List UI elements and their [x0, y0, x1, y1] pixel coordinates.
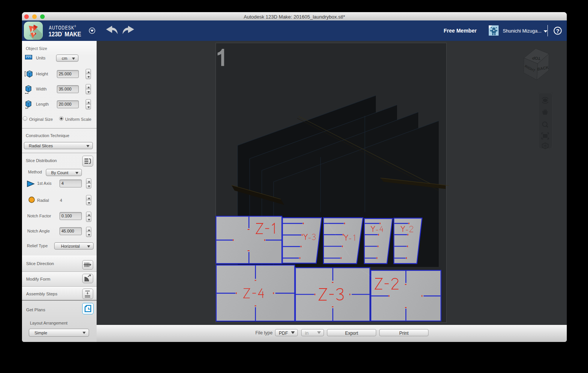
- svg-text:TOP: TOP: [532, 56, 541, 61]
- svg-text:?: ?: [556, 28, 559, 34]
